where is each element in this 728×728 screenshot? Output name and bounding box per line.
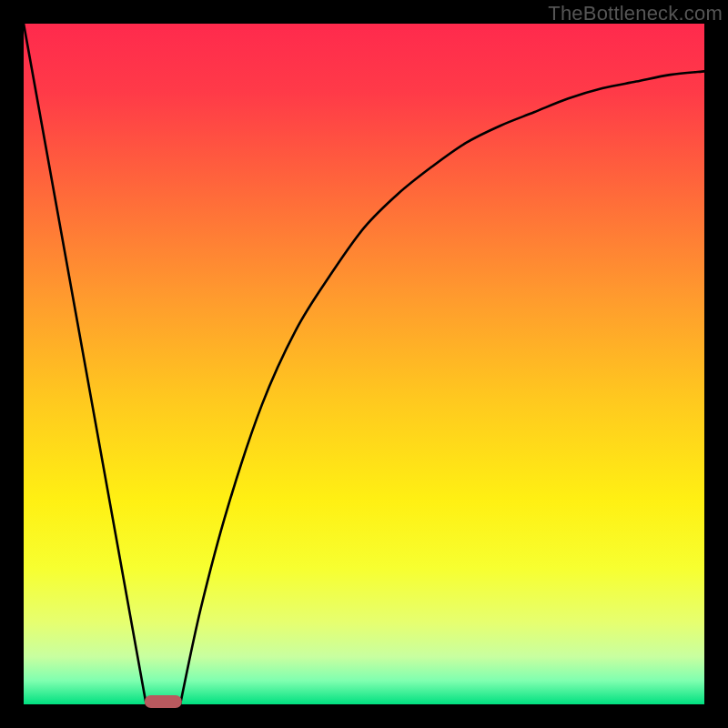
right-curve	[180, 71, 704, 704]
bottom-marker	[145, 695, 182, 708]
chart-frame: TheBottleneck.com	[0, 0, 728, 728]
left-line	[24, 24, 147, 704]
curves-layer	[24, 24, 704, 704]
plot-area	[24, 24, 704, 704]
watermark-text: TheBottleneck.com	[548, 2, 723, 25]
